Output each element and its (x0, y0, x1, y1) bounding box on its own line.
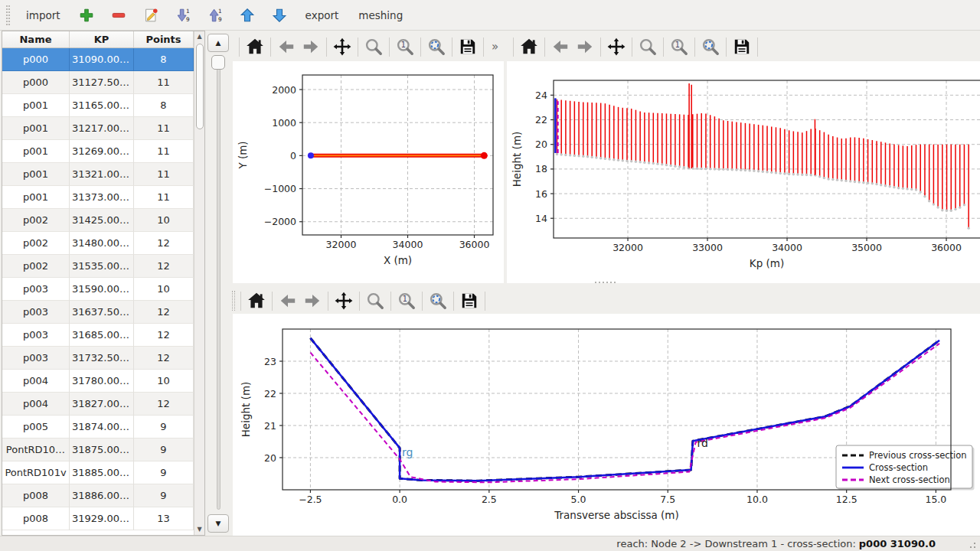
cell-points[interactable]: 9 (134, 416, 194, 439)
table-row[interactable]: p00331637.500012 (2, 301, 194, 324)
table-row[interactable]: p00131165.00008 (2, 94, 194, 117)
cell-kp[interactable]: 31217.0000 (70, 117, 134, 140)
table-row[interactable]: p00331732.500012 (2, 347, 194, 370)
cell-points[interactable]: 11 (134, 117, 194, 140)
cross-section-figure[interactable]: rgrdPrevious cross-sectionCross-sectionN… (233, 314, 980, 536)
cell-points[interactable]: 11 (134, 71, 194, 94)
next-section-button[interactable]: ▼ (207, 514, 229, 533)
table-row[interactable]: p00131269.000011 (2, 140, 194, 163)
cell-kp[interactable]: 31373.0000 (70, 186, 134, 209)
cell-kp[interactable]: 31480.0000 (70, 232, 134, 255)
home-button[interactable] (245, 37, 265, 57)
cell-points[interactable]: 12 (134, 347, 194, 370)
table-row[interactable]: PontRD101v31885.00009 (2, 461, 194, 484)
cell-name[interactable]: p003 (2, 347, 70, 370)
cell-name[interactable]: p002 (2, 232, 70, 255)
cell-points[interactable]: 11 (134, 163, 194, 186)
cell-name[interactable]: p002 (2, 255, 70, 278)
zoom-region-button[interactable] (701, 37, 720, 57)
cell-name[interactable]: p000 (2, 48, 70, 71)
cell-kp[interactable]: 31732.5000 (70, 347, 134, 370)
cell-kp[interactable]: 31885.0000 (70, 461, 134, 484)
pan-button[interactable] (334, 291, 354, 311)
save-button[interactable] (458, 37, 478, 57)
cell-kp[interactable]: 31780.0000 (70, 370, 134, 393)
move-down-button[interactable] (270, 6, 289, 24)
cell-kp[interactable]: 31875.0000 (70, 439, 134, 461)
cell-kp[interactable]: 31535.0000 (70, 255, 134, 278)
cell-points[interactable]: 13 (134, 507, 194, 530)
pan-button[interactable] (606, 37, 626, 57)
table-scrollbar-thumb[interactable] (196, 44, 204, 129)
save-button[interactable] (732, 37, 752, 57)
cell-points[interactable]: 9 (134, 484, 194, 507)
cell-name[interactable]: p001 (2, 140, 70, 163)
edit-section-button[interactable] (142, 6, 160, 24)
scroll-down-icon[interactable]: ▼ (194, 524, 204, 535)
cell-kp[interactable]: 31874.0000 (70, 416, 134, 439)
cell-name[interactable]: p003 (2, 278, 70, 301)
table-scrollbar[interactable]: ▲ ▼ (194, 31, 204, 535)
save-button[interactable] (459, 291, 479, 311)
cell-kp[interactable]: 31685.0000 (70, 324, 134, 347)
table-row[interactable]: p00231425.000010 (2, 209, 194, 232)
forward-button[interactable] (575, 37, 595, 57)
forward-button[interactable] (302, 291, 322, 311)
table-row[interactable]: p00131321.000011 (2, 163, 194, 186)
zoom-button[interactable] (365, 291, 385, 311)
meshing-button[interactable]: meshing (351, 5, 410, 25)
table-row[interactable]: p00431780.000010 (2, 370, 194, 393)
remove-section-button[interactable] (109, 6, 128, 24)
long-profile-figure[interactable]: 3200033000340003500036000141618202224Kp … (507, 61, 980, 283)
zoom-region-button[interactable] (428, 291, 448, 311)
table-row[interactable]: PontRD10…31875.00009 (2, 439, 194, 461)
cell-kp[interactable]: 31886.0000 (70, 484, 134, 507)
cell-points[interactable]: 12 (134, 232, 194, 255)
cell-name[interactable]: p004 (2, 370, 70, 393)
add-section-button[interactable] (77, 6, 96, 24)
cell-name[interactable]: p008 (2, 507, 70, 530)
home-button[interactable] (519, 37, 539, 57)
cell-kp[interactable]: 31165.0000 (70, 94, 134, 117)
sort-ascending-button[interactable]: 19 (174, 6, 192, 24)
cell-points[interactable]: 12 (134, 393, 194, 416)
cell-points[interactable]: 10 (134, 278, 194, 301)
previous-section-button[interactable]: ▲ (207, 34, 229, 52)
back-button[interactable] (278, 291, 298, 311)
zoom-one-button[interactable]: 1 (395, 37, 415, 57)
cell-name[interactable]: p008 (2, 484, 70, 507)
home-button[interactable] (247, 291, 266, 311)
cell-points[interactable]: 12 (134, 301, 194, 324)
table-row[interactable]: p00231480.000012 (2, 232, 194, 255)
zoom-region-button[interactable] (426, 37, 446, 57)
sort-descending-button[interactable]: 19 (206, 6, 224, 24)
table-row[interactable]: p00031127.500011 (2, 71, 194, 94)
section-slider-track[interactable] (217, 57, 220, 510)
cell-points[interactable]: 11 (134, 186, 194, 209)
cell-points[interactable]: 8 (134, 94, 194, 117)
window-resize-grip[interactable] (965, 539, 975, 548)
table-row[interactable]: p00231535.000012 (2, 255, 194, 278)
cell-name[interactable]: p005 (2, 416, 70, 439)
cell-kp[interactable]: 31090.0000 (70, 48, 134, 71)
table-row[interactable]: p00531874.00009 (2, 416, 194, 439)
cell-kp[interactable]: 31425.0000 (70, 209, 134, 232)
cell-name[interactable]: PontRD10… (2, 439, 70, 461)
toolbar-overflow-button[interactable]: » (492, 40, 498, 54)
cell-points[interactable]: 11 (134, 140, 194, 163)
cell-points[interactable]: 10 (134, 209, 194, 232)
table-row[interactable]: p00031090.00008 (2, 48, 194, 71)
cell-name[interactable]: p001 (2, 163, 70, 186)
cell-points[interactable]: 12 (134, 255, 194, 278)
cell-points[interactable]: 8 (134, 48, 194, 71)
cell-kp[interactable]: 31929.0000 (70, 507, 134, 530)
cell-name[interactable]: p000 (2, 71, 70, 94)
table-row[interactable]: p00131217.000011 (2, 117, 194, 140)
zoom-one-button[interactable]: 1 (397, 291, 416, 311)
table-row[interactable]: p00831886.00009 (2, 484, 194, 507)
cell-kp[interactable]: 31637.5000 (70, 301, 134, 324)
cell-name[interactable]: p002 (2, 209, 70, 232)
column-header-points[interactable]: Points (134, 31, 194, 47)
cell-kp[interactable]: 31269.0000 (70, 140, 134, 163)
zoom-button[interactable] (364, 37, 384, 57)
